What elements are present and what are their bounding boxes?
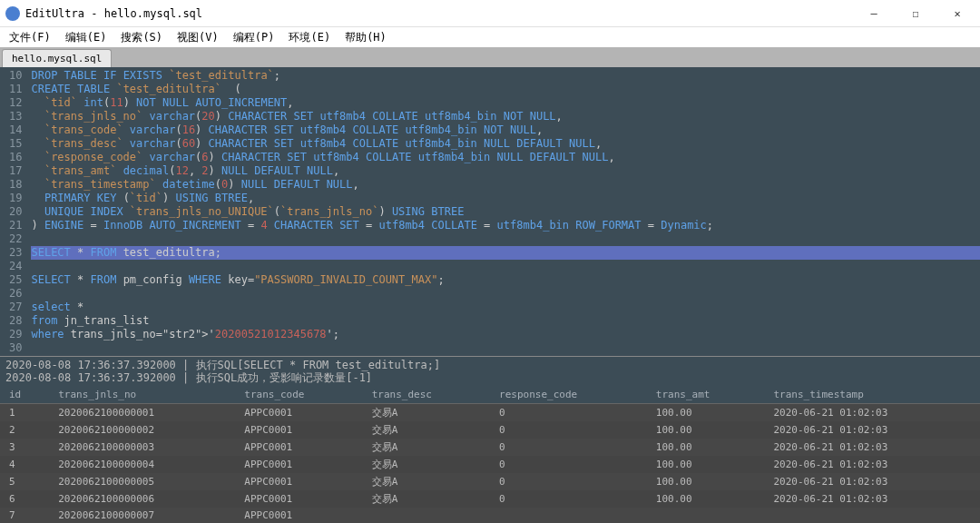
col-header[interactable]: trans_desc xyxy=(363,386,490,404)
cell: APPC0001 xyxy=(235,473,362,490)
cell: 交易A xyxy=(363,473,490,490)
cell: 2020062100000006 xyxy=(49,490,235,508)
cell: 2020062100000007 xyxy=(49,508,235,523)
cell: APPC0001 xyxy=(235,421,362,439)
cell: 0 xyxy=(490,404,647,422)
cell: 3 xyxy=(0,439,49,456)
table-row[interactable]: 12020062100000001APPC0001交易A0100.002020-… xyxy=(0,404,980,422)
main-area: 1011121314151617181920212223242526272829… xyxy=(0,67,980,356)
code-content[interactable]: DROP TABLE IF EXISTS `test_editultra`;CR… xyxy=(27,67,980,356)
title-bar: EditUltra - hello.mysql.sql — ☐ ✕ xyxy=(0,0,980,27)
cell: 2020-06-21 01:02:03 xyxy=(764,421,980,439)
menu-view[interactable]: 视图(V) xyxy=(170,28,226,47)
col-header[interactable]: trans_code xyxy=(235,386,362,404)
line-gutter: 1011121314151617181920212223242526272829… xyxy=(0,67,27,356)
col-header[interactable]: id xyxy=(0,386,49,404)
cell: 5 xyxy=(0,473,49,490)
code-editor[interactable]: 1011121314151617181920212223242526272829… xyxy=(0,67,980,356)
menu-env[interactable]: 环境(E) xyxy=(281,28,338,47)
maximize-button[interactable]: ☐ xyxy=(895,0,936,27)
table-row[interactable]: 22020062100000002APPC0001交易A0100.002020-… xyxy=(0,421,980,439)
cell: 100.00 xyxy=(647,490,765,508)
cell: 2020-06-21 01:02:03 xyxy=(764,404,980,422)
cell: 交易A xyxy=(363,404,490,422)
cell: 2020-06-21 01:02:03 xyxy=(764,490,980,508)
cell: 2020062100000002 xyxy=(49,421,235,439)
cell: 100.00 xyxy=(647,439,765,456)
cell: 2 xyxy=(0,421,49,439)
cell: APPC0001 xyxy=(235,439,362,456)
col-header[interactable]: trans_timestamp xyxy=(764,386,980,404)
table-row[interactable]: 72020062100000007APPC0001 xyxy=(0,508,980,523)
window-title: EditUltra - hello.mysql.sql xyxy=(25,7,853,20)
cell: 2020062100000001 xyxy=(49,404,235,422)
cell: 2020062100000005 xyxy=(49,473,235,490)
col-header[interactable]: trans_amt xyxy=(647,386,765,404)
cell: 0 xyxy=(490,421,647,439)
log-line: 2020-08-08 17:36:37.392000 | 执行SQL[SELEC… xyxy=(5,359,975,371)
log-line: 2020-08-08 17:36:37.392000 | 执行SQL成功，受影响… xyxy=(5,371,975,384)
cell: 0 xyxy=(490,473,647,490)
log-panel: 2020-08-08 17:36:37.392000 | 执行SQL[SELEC… xyxy=(0,356,980,386)
cell: 100.00 xyxy=(647,473,765,490)
cell: 100.00 xyxy=(647,421,765,439)
menu-file[interactable]: 文件(F) xyxy=(2,28,58,47)
table-row[interactable]: 62020062100000006APPC0001交易A0100.002020-… xyxy=(0,490,980,508)
menu-edit[interactable]: 编辑(E) xyxy=(58,28,114,47)
col-header[interactable]: response_code xyxy=(490,386,647,404)
cell xyxy=(363,508,490,523)
cell: 0 xyxy=(490,490,647,508)
cell: 100.00 xyxy=(647,404,765,422)
col-header[interactable]: trans_jnls_no xyxy=(49,386,235,404)
cell: APPC0001 xyxy=(235,456,362,473)
cell: 2020-06-21 01:02:03 xyxy=(764,439,980,456)
cell xyxy=(764,508,980,523)
cell: 2020062100000004 xyxy=(49,456,235,473)
cell: 交易A xyxy=(363,456,490,473)
cell: APPC0001 xyxy=(235,490,362,508)
tab-bar: hello.mysql.sql xyxy=(0,47,980,67)
cell: 交易A xyxy=(363,490,490,508)
cell: 1 xyxy=(0,404,49,422)
cell xyxy=(647,508,765,523)
cell: 6 xyxy=(0,490,49,508)
menu-program[interactable]: 编程(P) xyxy=(226,28,282,47)
table-row[interactable]: 42020062100000004APPC0001交易A0100.002020-… xyxy=(0,456,980,473)
menu-help[interactable]: 帮助(H) xyxy=(338,28,394,47)
tab-active[interactable]: hello.mysql.sql xyxy=(2,49,112,67)
menu-search[interactable]: 搜索(S) xyxy=(113,28,170,47)
table-row[interactable]: 32020062100000003APPC0001交易A0100.002020-… xyxy=(0,439,980,456)
cell: 7 xyxy=(0,508,49,523)
cell: APPC0001 xyxy=(235,404,362,422)
menu-bar: 文件(F) 编辑(E) 搜索(S) 视图(V) 编程(P) 环境(E) 帮助(H… xyxy=(0,27,980,47)
cell: APPC0001 xyxy=(235,508,362,523)
results-grid[interactable]: idtrans_jnls_notrans_codetrans_descrespo… xyxy=(0,386,980,523)
cell: 100.00 xyxy=(647,456,765,473)
close-button[interactable]: ✕ xyxy=(936,0,978,27)
cell: 0 xyxy=(490,456,647,473)
cell: 0 xyxy=(490,439,647,456)
cell: 2020-06-21 01:02:03 xyxy=(764,473,980,490)
minimize-button[interactable]: — xyxy=(853,0,895,27)
app-icon xyxy=(5,6,20,21)
cell: 交易A xyxy=(363,439,490,456)
table-row[interactable]: 52020062100000005APPC0001交易A0100.002020-… xyxy=(0,473,980,490)
cell: 2020062100000003 xyxy=(49,439,235,456)
cell xyxy=(490,508,647,523)
cell: 4 xyxy=(0,456,49,473)
cell: 2020-06-21 01:02:03 xyxy=(764,456,980,473)
cell: 交易A xyxy=(363,421,490,439)
